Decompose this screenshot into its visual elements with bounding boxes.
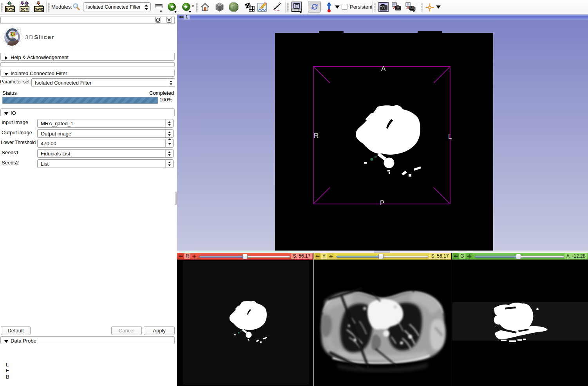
svg-text:P: P [380, 199, 384, 207]
svg-text:SAVE: SAVE [35, 7, 43, 11]
svg-text:DATA: DATA [6, 7, 14, 11]
svg-text:DCM: DCM [21, 7, 29, 11]
svg-text:R: R [314, 132, 318, 139]
svg-text:A: A [381, 65, 386, 72]
svg-text:L: L [448, 133, 452, 140]
